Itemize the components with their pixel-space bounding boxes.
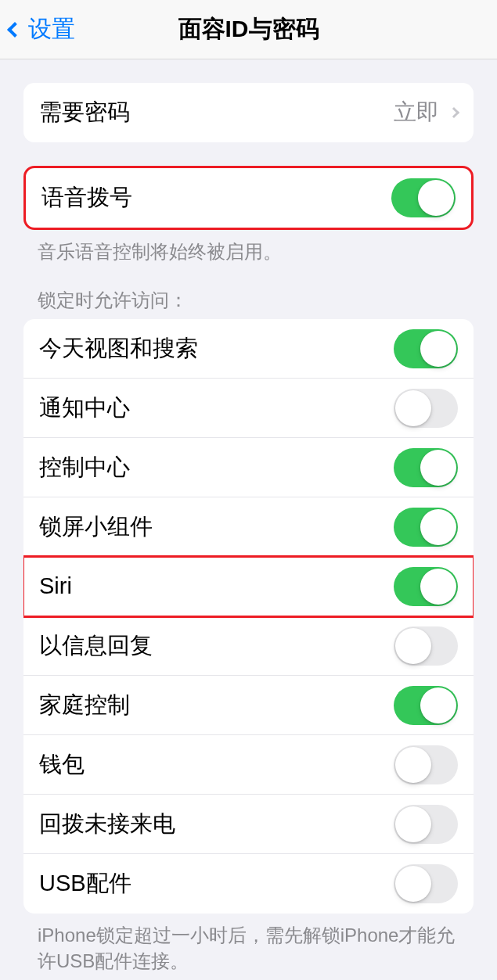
notification-center-row: 通知中心 bbox=[23, 379, 474, 438]
voice-dial-row: 语音拨号 bbox=[26, 168, 471, 228]
control-center-toggle[interactable] bbox=[394, 448, 458, 487]
require-passcode-value: 立即 bbox=[394, 97, 458, 128]
lockscreen-widgets-label: 锁屏小组件 bbox=[39, 512, 153, 543]
today-view-toggle[interactable] bbox=[394, 329, 458, 368]
control-center-label: 控制中心 bbox=[39, 452, 130, 483]
reply-message-row: 以信息回复 bbox=[23, 616, 474, 676]
control-center-row: 控制中心 bbox=[23, 438, 474, 497]
home-control-toggle[interactable] bbox=[394, 686, 458, 725]
today-view-label: 今天视图和搜索 bbox=[39, 333, 198, 364]
wallet-row: 钱包 bbox=[23, 735, 474, 795]
chevron-right-icon bbox=[448, 107, 459, 118]
wallet-label: 钱包 bbox=[39, 749, 85, 781]
home-control-row: 家庭控制 bbox=[23, 676, 474, 735]
today-view-row: 今天视图和搜索 bbox=[23, 319, 474, 379]
lockscreen-widgets-toggle[interactable] bbox=[394, 508, 458, 547]
locked-access-header: 锁定时允许访问： bbox=[38, 288, 459, 313]
usb-accessories-label: USB配件 bbox=[39, 868, 131, 899]
voice-dial-footer: 音乐语音控制将始终被启用。 bbox=[38, 239, 459, 264]
usb-accessories-row: USB配件 bbox=[23, 854, 474, 914]
passcode-group: 需要密码 立即 bbox=[23, 83, 474, 142]
back-button[interactable]: 设置 bbox=[0, 13, 75, 45]
notification-center-toggle[interactable] bbox=[394, 389, 458, 428]
locked-access-group: 今天视图和搜索 通知中心 控制中心 锁屏小组件 Siri 以信息回复 家庭控制 bbox=[23, 319, 474, 914]
require-passcode-row[interactable]: 需要密码 立即 bbox=[23, 83, 474, 142]
return-missed-calls-label: 回拨未接来电 bbox=[39, 809, 175, 840]
reply-message-toggle[interactable] bbox=[394, 626, 458, 666]
notification-center-label: 通知中心 bbox=[39, 393, 130, 424]
return-missed-calls-row: 回拨未接来电 bbox=[23, 795, 474, 854]
return-missed-calls-toggle[interactable] bbox=[394, 805, 458, 844]
reply-message-label: 以信息回复 bbox=[39, 630, 153, 662]
require-passcode-label: 需要密码 bbox=[39, 97, 130, 128]
chevron-left-icon bbox=[7, 22, 23, 38]
usb-accessories-toggle[interactable] bbox=[394, 864, 458, 903]
voice-dial-group: 语音拨号 bbox=[23, 166, 474, 230]
wallet-toggle[interactable] bbox=[394, 745, 458, 784]
lockscreen-widgets-row: 锁屏小组件 bbox=[23, 497, 474, 557]
nav-bar: 设置 面容ID与密码 bbox=[0, 0, 497, 59]
siri-toggle[interactable] bbox=[394, 567, 458, 606]
back-label: 设置 bbox=[28, 13, 75, 45]
siri-label: Siri bbox=[39, 573, 72, 599]
voice-dial-label: 语音拨号 bbox=[41, 182, 132, 214]
usb-footer: iPhone锁定超过一小时后，需先解锁iPhone才能允许USB配件连接。 bbox=[38, 923, 459, 974]
voice-dial-toggle[interactable] bbox=[391, 178, 456, 217]
siri-row: Siri bbox=[23, 557, 474, 616]
home-control-label: 家庭控制 bbox=[39, 690, 130, 721]
